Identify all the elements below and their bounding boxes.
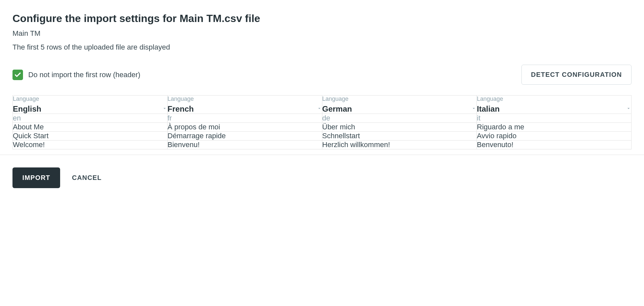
language-select-col-1[interactable]: French (168, 104, 322, 114)
page-description: The first 5 rows of the uploaded file ar… (12, 43, 632, 52)
checkmark-icon (12, 70, 23, 80)
language-select-value: French (168, 104, 194, 114)
table-cell: Herzlich willkommen! (322, 141, 477, 149)
table-cell: Welcome! (13, 141, 168, 149)
language-select-value: German (322, 104, 352, 114)
table-row: en fr de it (13, 114, 632, 123)
table-cell: it (477, 114, 632, 123)
language-select-col-2[interactable]: German (322, 104, 477, 114)
chevron-down-icon (317, 106, 322, 112)
table-cell: Benvenuto! (477, 141, 632, 149)
table-row: Quick Start Démarrage rapide Schnellstar… (13, 132, 632, 141)
table-cell: About Me (13, 123, 168, 132)
column-type-label: Language (168, 96, 322, 102)
import-button[interactable]: IMPORT (12, 167, 60, 188)
table-cell: Bienvenu! (167, 141, 322, 149)
table-cell: À propos de moi (167, 123, 322, 132)
table-cell: Riguardo a me (477, 123, 632, 132)
table-row: Welcome! Bienvenu! Herzlich willkommen! … (13, 141, 632, 149)
skip-header-label: Do not import the first row (header) (28, 71, 140, 79)
language-select-value: English (13, 104, 41, 114)
footer-bar: IMPORT CANCEL (0, 155, 644, 201)
cancel-button[interactable]: CANCEL (69, 167, 104, 188)
table-cell: Démarrage rapide (167, 132, 322, 141)
table-cell: de (322, 114, 477, 123)
chevron-down-icon (626, 106, 631, 112)
table-cell: Schnellstart (322, 132, 477, 141)
language-select-col-0[interactable]: English (13, 104, 167, 114)
chevron-down-icon (162, 106, 167, 112)
column-type-label: Language (13, 96, 167, 102)
table-cell: en (13, 114, 168, 123)
table-cell: Über mich (322, 123, 477, 132)
language-select-value: Italian (477, 104, 499, 114)
table-cell: fr (167, 114, 322, 123)
table-cell: Quick Start (13, 132, 168, 141)
column-type-label: Language (477, 96, 631, 102)
page-subtitle: Main TM (12, 29, 632, 38)
language-select-col-3[interactable]: Italian (477, 104, 631, 114)
table-row: About Me À propos de moi Über mich Rigua… (13, 123, 632, 132)
page-title: Configure the import settings for Main T… (12, 12, 632, 25)
detect-configuration-button[interactable]: DETECT CONFIGURATION (521, 65, 632, 85)
preview-table: Language English Language French (12, 95, 632, 149)
table-cell: Avvio rapido (477, 132, 632, 141)
skip-header-checkbox[interactable]: Do not import the first row (header) (12, 70, 140, 80)
column-type-label: Language (322, 96, 477, 102)
chevron-down-icon (471, 106, 476, 112)
